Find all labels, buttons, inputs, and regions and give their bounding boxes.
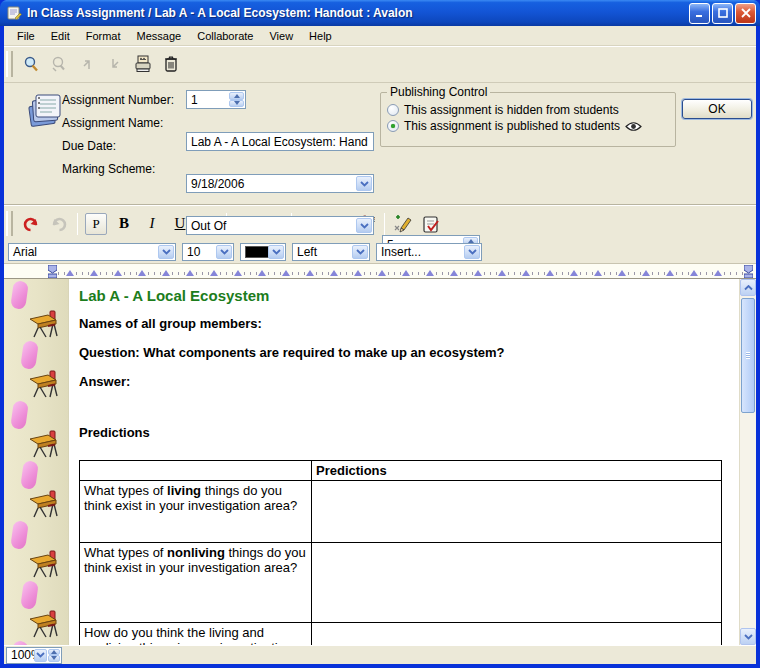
- chevron-down-icon[interactable]: [356, 176, 372, 191]
- alignment-combo[interactable]: Left: [292, 243, 370, 261]
- chevron-down-icon[interactable]: [352, 245, 368, 259]
- tab-stop-icon[interactable]: [330, 270, 338, 276]
- scroll-down-icon[interactable]: [740, 628, 756, 645]
- tab-stop-icon[interactable]: [570, 270, 578, 276]
- answer-cell[interactable]: [312, 481, 722, 543]
- minimize-button[interactable]: [689, 3, 710, 24]
- tab-stop-icon[interactable]: [450, 270, 458, 276]
- chevron-down-icon[interactable]: [464, 245, 480, 259]
- assignment-name-input[interactable]: Lab A - A Local Ecosystem: Hand: [186, 132, 374, 151]
- paragraph-style-button[interactable]: P: [83, 211, 109, 237]
- tab-stop-icon[interactable]: [354, 270, 362, 276]
- tab-stop-icon[interactable]: [402, 270, 410, 276]
- zoom-icon[interactable]: [18, 51, 44, 77]
- close-button[interactable]: [735, 3, 756, 24]
- menu-collaborate[interactable]: Collaborate: [189, 28, 261, 44]
- chevron-down-icon[interactable]: [158, 245, 174, 259]
- scrollbar-thumb[interactable]: [741, 298, 755, 413]
- assignment-number-spinner[interactable]: 1: [186, 90, 246, 109]
- left-indent-marker[interactable]: [48, 265, 57, 278]
- chevron-down-icon[interactable]: [216, 245, 232, 259]
- spinner-buttons[interactable]: [229, 92, 244, 107]
- prev-arrow-icon[interactable]: [74, 51, 100, 77]
- tab-stop-icon[interactable]: [714, 270, 722, 276]
- print-icon[interactable]: [130, 51, 156, 77]
- marking-scheme-combo[interactable]: Out Of: [186, 216, 374, 235]
- doc-section-heading: Predictions: [79, 425, 729, 440]
- zoom-spinner-buttons[interactable]: [48, 649, 60, 662]
- tab-stop-icon[interactable]: [66, 270, 74, 276]
- font-color-combo[interactable]: [240, 243, 286, 261]
- form-check-icon[interactable]: [418, 211, 444, 237]
- menu-message[interactable]: Message: [129, 28, 190, 44]
- menu-edit[interactable]: Edit: [43, 28, 78, 44]
- menu-file[interactable]: File: [9, 28, 43, 44]
- find-replace-icon[interactable]: [46, 51, 72, 77]
- vertical-scrollbar[interactable]: [739, 279, 756, 645]
- right-indent-marker[interactable]: [744, 265, 753, 278]
- italic-button[interactable]: I: [139, 211, 165, 237]
- tab-stop-icon[interactable]: [138, 270, 146, 276]
- header-cell-predictions: Predictions: [312, 461, 722, 481]
- ruler[interactable]: [4, 263, 756, 279]
- tab-stop-icon[interactable]: [282, 270, 290, 276]
- menu-view[interactable]: View: [261, 28, 301, 44]
- tab-stop-icon[interactable]: [258, 270, 266, 276]
- school-desk-icon: [26, 609, 60, 641]
- next-arrow-icon[interactable]: [102, 51, 128, 77]
- marking-scheme-label: Marking Scheme:: [62, 162, 155, 176]
- document-content[interactable]: Lab A - A Local Ecosystem Names of all g…: [69, 279, 739, 645]
- scroll-up-icon[interactable]: [740, 279, 756, 296]
- title-bar[interactable]: In Class Assignment / Lab A - A Local Ec…: [0, 0, 760, 26]
- answer-cell[interactable]: [312, 623, 722, 646]
- answer-cell[interactable]: [312, 543, 722, 623]
- annotate-pencil-icon[interactable]: [390, 211, 416, 237]
- font-family-combo[interactable]: Arial: [8, 243, 176, 261]
- tab-stop-icon[interactable]: [498, 270, 506, 276]
- toolbar-gripper[interactable]: [6, 51, 13, 76]
- undo-icon[interactable]: [18, 211, 44, 237]
- table-row: What types of nonliving things do you th…: [80, 543, 722, 623]
- tab-stop-icon[interactable]: [162, 270, 170, 276]
- tab-stop-icon[interactable]: [306, 270, 314, 276]
- zoom-level-combo[interactable]: 100%: [6, 647, 62, 664]
- delete-trash-icon[interactable]: [158, 51, 184, 77]
- tab-stop-icon[interactable]: [474, 270, 482, 276]
- chevron-down-icon[interactable]: [268, 245, 284, 259]
- ok-button[interactable]: OK: [682, 99, 752, 119]
- eraser-icon: [10, 280, 29, 310]
- toolbar-gripper[interactable]: [6, 211, 13, 236]
- hidden-from-students-option[interactable]: This assignment is hidden from students: [387, 103, 669, 117]
- bold-button[interactable]: B: [111, 211, 137, 237]
- question-cell: What types of nonliving things do you th…: [80, 543, 312, 623]
- tab-stop-icon[interactable]: [594, 270, 602, 276]
- published-to-students-option[interactable]: This assignment is published to students: [387, 119, 669, 133]
- tab-stop-icon[interactable]: [618, 270, 626, 276]
- tab-stop-icon[interactable]: [234, 270, 242, 276]
- tab-stop-icon[interactable]: [426, 270, 434, 276]
- tab-stop-icon[interactable]: [546, 270, 554, 276]
- chevron-down-icon[interactable]: [34, 649, 47, 662]
- chevron-down-icon[interactable]: [356, 218, 372, 233]
- tab-stop-icon[interactable]: [90, 270, 98, 276]
- radio-selected-icon[interactable]: [387, 120, 399, 132]
- tab-stop-icon[interactable]: [210, 270, 218, 276]
- insert-combo[interactable]: Insert...: [376, 243, 482, 261]
- maximize-button[interactable]: [712, 3, 733, 24]
- tab-stop-icon[interactable]: [642, 270, 650, 276]
- font-size-combo[interactable]: 10: [182, 243, 234, 261]
- tab-stop-icon[interactable]: [186, 270, 194, 276]
- menu-format[interactable]: Format: [78, 28, 129, 44]
- tab-stop-icon[interactable]: [666, 270, 674, 276]
- tab-stop-icon[interactable]: [690, 270, 698, 276]
- redo-icon[interactable]: [46, 211, 72, 237]
- radio-unselected-icon[interactable]: [387, 104, 399, 116]
- menu-help[interactable]: Help: [301, 28, 340, 44]
- tab-stop-icon[interactable]: [522, 270, 530, 276]
- due-date-combo[interactable]: 9/18/2006: [186, 174, 374, 193]
- doc-heading: Lab A - A Local Ecosystem: [79, 287, 729, 304]
- tab-stop-icon[interactable]: [114, 270, 122, 276]
- doc-paragraph: Question: What components are required t…: [79, 345, 729, 360]
- tab-stop-icon[interactable]: [378, 270, 386, 276]
- scrollbar-track[interactable]: [740, 415, 756, 628]
